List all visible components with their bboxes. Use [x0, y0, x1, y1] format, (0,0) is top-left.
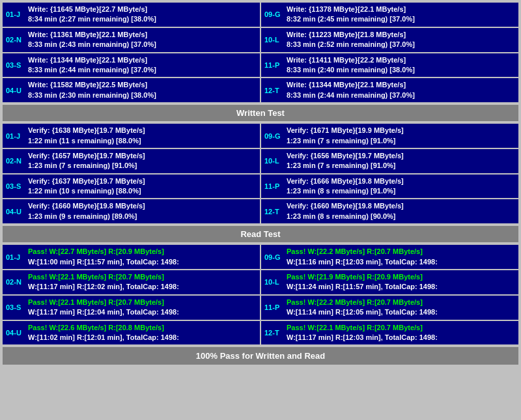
verify-content-09g: Verify: {1671 MByte}[19.9 MByte/s] 1:23 …	[287, 126, 515, 146]
write-cell-10l: 10-L Write: {11223 MByte}[21.8 MByte/s] …	[261, 28, 518, 52]
write-section: 01-J Write: {11645 MByte}[22.7 MByte/s] …	[3, 3, 518, 102]
write-cell-02n: 02-N Write: {11361 MByte}[22.1 MByte/s] …	[3, 28, 260, 52]
write-content-03s: Write: {11344 MByte}[22.1 MByte/s] 8:33 …	[28, 55, 257, 76]
verify-id-11p: 11-P	[264, 176, 283, 197]
read-content-04u: Pass! W:[22.6 MByte/s] R:[20.8 MByte/s] …	[28, 323, 257, 343]
read-line2-09g: W:[11:16 min] R:[12:03 min], TotalCap: 1…	[287, 257, 515, 267]
write-content-02n: Write: {11361 MByte}[22.1 MByte/s] 8:33 …	[28, 30, 257, 50]
write-line2-01j: 8:34 min (2:27 min remaining) [38.0%]	[28, 14, 257, 24]
read-id-10l: 10-L	[264, 272, 283, 292]
write-line2-04u: 8:33 min (2:30 min remaining) [38.0%]	[28, 91, 257, 100]
write-content-04u: Write: {11582 MByte}[22.5 MByte/s] 8:33 …	[28, 80, 257, 100]
verify-line2-03s: 1:22 min (10 s remaining) [88.0%]	[28, 186, 257, 196]
write-cell-09g: 09-G Write: {11378 MByte}[22.1 MByte/s] …	[261, 3, 518, 27]
write-line1-09g: Write: {11378 MByte}[22.1 MByte/s]	[287, 5, 515, 14]
write-line2-03s: 8:33 min (2:44 min remaining) [37.0%]	[28, 65, 257, 75]
verify-line1-04u: Verify: {1660 MByte}[19.8 MByte/s]	[28, 201, 257, 211]
write-content-12t: Write: {11344 MByte}[22.1 MByte/s] 8:33 …	[287, 80, 515, 100]
read-cell-09g: 09-G Pass! W:[22.2 MByte/s] R:[20.7 MByt…	[261, 245, 518, 269]
write-cell-12t: 12-T Write: {11344 MByte}[22.1 MByte/s] …	[261, 78, 518, 102]
verify-line2-12t: 1:23 min (8 s remaining) [90.0%]	[287, 212, 515, 221]
verify-cell-04u: 04-U Verify: {1660 MByte}[19.8 MByte/s] …	[3, 199, 260, 223]
read-content-10l: Pass! W:[21.9 MByte/s] R:[20.9 MByte/s] …	[287, 272, 515, 292]
drive-id-12t: 12-T	[264, 80, 283, 100]
verify-line2-11p: 1:23 min (8 s remaining) [91.0%]	[287, 186, 515, 196]
write-content-01j: Write: {11645 MByte}[22.7 MByte/s] 8:34 …	[28, 5, 257, 25]
read-content-01j: Pass! W:[22.7 MByte/s] R:[20.9 MByte/s] …	[28, 247, 257, 267]
read-cell-01j: 01-J Pass! W:[22.7 MByte/s] R:[20.9 MByt…	[3, 245, 260, 269]
footer-status: 100% Pass for Written and Read	[3, 347, 518, 365]
write-grid: 01-J Write: {11645 MByte}[22.7 MByte/s] …	[3, 3, 518, 102]
verify-id-03s: 03-S	[6, 176, 24, 197]
verify-line2-02n: 1:23 min (7 s remaining) [91.0%]	[28, 161, 257, 171]
read-line2-03s: W:[11:17 min] R:[12:04 min], TotalCap: 1…	[28, 307, 257, 317]
read-line2-10l: W:[11:24 min] R:[11:57 min], TotalCap: 1…	[287, 282, 515, 292]
write-content-11p: Write: {11411 MByte}[22.2 MByte/s] 8:33 …	[287, 55, 515, 76]
read-line2-02n: W:[11:17 min] R:[12:02 min], TotalCap: 1…	[28, 282, 257, 292]
verify-cell-02n: 02-N Verify: {1657 MByte}[19.7 MByte/s] …	[3, 149, 260, 173]
write-content-09g: Write: {11378 MByte}[22.1 MByte/s] 8:32 …	[287, 5, 515, 25]
verify-line1-11p: Verify: {1666 MByte}[19.8 MByte/s]	[287, 176, 515, 186]
drive-id-01j: 01-J	[6, 5, 24, 25]
write-line1-01j: Write: {11645 MByte}[22.7 MByte/s]	[28, 5, 257, 14]
read-line1-03s: Pass! W:[22.1 MByte/s] R:[20.7 MByte/s]	[28, 298, 257, 307]
read-id-04u: 04-U	[6, 323, 24, 343]
read-line2-01j: W:[11:00 min] R:[11:57 min], TotalCap: 1…	[28, 257, 257, 267]
write-line1-10l: Write: {11223 MByte}[21.8 MByte/s]	[287, 30, 515, 40]
verify-id-10l: 10-L	[264, 151, 283, 171]
drive-id-10l: 10-L	[264, 30, 283, 50]
write-cell-04u: 04-U Write: {11582 MByte}[22.5 MByte/s] …	[3, 78, 260, 102]
write-line1-03s: Write: {11344 MByte}[22.1 MByte/s]	[28, 55, 257, 65]
read-cell-03s: 03-S Pass! W:[22.1 MByte/s] R:[20.7 MByt…	[3, 296, 260, 320]
write-line1-12t: Write: {11344 MByte}[22.1 MByte/s]	[287, 80, 515, 90]
verify-cell-11p: 11-P Verify: {1666 MByte}[19.8 MByte/s] …	[261, 175, 518, 199]
verify-content-11p: Verify: {1666 MByte}[19.8 MByte/s] 1:23 …	[287, 176, 515, 197]
read-id-02n: 02-N	[6, 272, 24, 292]
read-test-header: Read Test	[3, 226, 518, 242]
write-line2-10l: 8:33 min (2:52 min remaining) [37.0%]	[287, 40, 515, 49]
read-line1-11p: Pass! W:[22.2 MByte/s] R:[20.7 MByte/s]	[287, 298, 515, 307]
verify-cell-10l: 10-L Verify: {1656 MByte}[19.7 MByte/s] …	[261, 149, 518, 173]
read-cell-10l: 10-L Pass! W:[21.9 MByte/s] R:[20.9 MByt…	[261, 270, 518, 294]
drive-id-11p: 11-P	[264, 55, 283, 76]
verify-content-01j: Verify: {1638 MByte}[19.7 MByte/s] 1:22 …	[28, 126, 257, 146]
read-id-01j: 01-J	[6, 247, 24, 267]
read-id-09g: 09-G	[264, 247, 283, 267]
read-content-11p: Pass! W:[22.2 MByte/s] R:[20.7 MByte/s] …	[287, 298, 515, 318]
read-cell-11p: 11-P Pass! W:[22.2 MByte/s] R:[20.7 MByt…	[261, 296, 518, 320]
write-cell-03s: 03-S Write: {11344 MByte}[22.1 MByte/s] …	[3, 53, 260, 77]
write-content-10l: Write: {11223 MByte}[21.8 MByte/s] 8:33 …	[287, 30, 515, 50]
read-line2-12t: W:[11:17 min] R:[12:03 min], TotalCap: 1…	[287, 333, 515, 343]
verify-line2-09g: 1:23 min (7 s remaining) [91.0%]	[287, 136, 515, 146]
write-line1-04u: Write: {11582 MByte}[22.5 MByte/s]	[28, 80, 257, 90]
verify-content-03s: Verify: {1637 MByte}[19.7 MByte/s] 1:22 …	[28, 176, 257, 197]
read-line1-02n: Pass! W:[22.1 MByte/s] R:[20.7 MByte/s]	[28, 272, 257, 282]
verify-line1-10l: Verify: {1656 MByte}[19.7 MByte/s]	[287, 151, 515, 161]
verify-grid: 01-J Verify: {1638 MByte}[19.7 MByte/s] …	[3, 124, 518, 223]
read-id-11p: 11-P	[264, 298, 283, 318]
read-cell-04u: 04-U Pass! W:[22.6 MByte/s] R:[20.8 MByt…	[3, 321, 260, 345]
verify-id-02n: 02-N	[6, 151, 24, 171]
verify-id-09g: 09-G	[264, 126, 283, 146]
verify-line1-01j: Verify: {1638 MByte}[19.7 MByte/s]	[28, 126, 257, 135]
verify-content-12t: Verify: {1660 MByte}[19.8 MByte/s] 1:23 …	[287, 201, 515, 221]
read-cell-12t: 12-T Pass! W:[22.1 MByte/s] R:[20.7 MByt…	[261, 321, 518, 345]
drive-id-02n: 02-N	[6, 30, 24, 50]
read-grid: 01-J Pass! W:[22.7 MByte/s] R:[20.9 MByt…	[3, 245, 518, 344]
write-line2-12t: 8:33 min (2:44 min remaining) [37.0%]	[287, 91, 515, 100]
read-line1-01j: Pass! W:[22.7 MByte/s] R:[20.9 MByte/s]	[28, 247, 257, 257]
write-cell-11p: 11-P Write: {11411 MByte}[22.2 MByte/s] …	[261, 53, 518, 77]
read-cell-02n: 02-N Pass! W:[22.1 MByte/s] R:[20.7 MByt…	[3, 270, 260, 294]
write-line1-02n: Write: {11361 MByte}[22.1 MByte/s]	[28, 30, 257, 40]
verify-cell-09g: 09-G Verify: {1671 MByte}[19.9 MByte/s] …	[261, 124, 518, 148]
verify-line2-01j: 1:22 min (11 s remaining) [88.0%]	[28, 136, 257, 146]
read-content-09g: Pass! W:[22.2 MByte/s] R:[20.7 MByte/s] …	[287, 247, 515, 267]
verify-line1-09g: Verify: {1671 MByte}[19.9 MByte/s]	[287, 126, 515, 135]
verify-line2-04u: 1:23 min (9 s remaining) [89.0%]	[28, 212, 257, 221]
verify-id-01j: 01-J	[6, 126, 24, 146]
verify-line1-02n: Verify: {1657 MByte}[19.7 MByte/s]	[28, 151, 257, 161]
verify-id-12t: 12-T	[264, 201, 283, 221]
read-section: 01-J Pass! W:[22.7 MByte/s] R:[20.9 MByt…	[3, 245, 518, 344]
verify-line2-10l: 1:23 min (7 s remaining) [91.0%]	[287, 161, 515, 171]
verify-line1-03s: Verify: {1637 MByte}[19.7 MByte/s]	[28, 176, 257, 186]
